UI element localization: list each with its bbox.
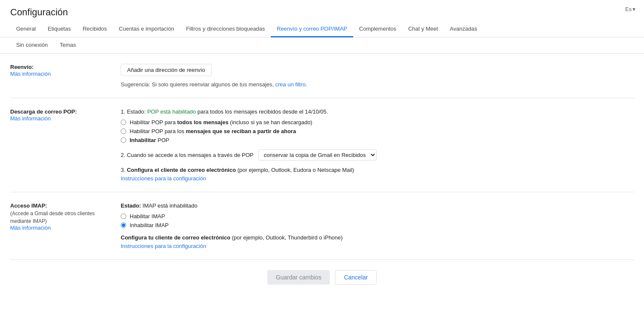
imap-content: Estado: IMAP está inhabilitado Habilitar… (121, 202, 634, 249)
tab2-sin-conexion[interactable]: Sin conexión (10, 37, 54, 54)
pop-all-radio[interactable] (121, 120, 126, 125)
imap-option-enable: Habilitar IMAP (121, 213, 634, 219)
pop-option-disable: Inhabilitar POP (121, 137, 634, 143)
pop-config-title: 3. Configura el cliente de correo electr… (121, 167, 634, 173)
tab-recibidos[interactable]: Recibidos (77, 21, 113, 37)
imap-option-disable: Inhabilitar IMAP (121, 222, 634, 228)
reenvio-more-info[interactable]: Más información (10, 71, 51, 77)
pop-config-section: 3. Configura el cliente de correo electr… (121, 167, 634, 182)
imap-desc1: (Accede a Gmail desde otros clientes (10, 211, 112, 216)
imap-disable-radio[interactable] (121, 222, 126, 228)
imap-status: Estado: IMAP está inhabilitado (121, 202, 634, 209)
imap-enable-radio[interactable] (121, 214, 126, 219)
lang-badge[interactable]: Es▾ (625, 6, 635, 12)
imap-config-section: Configura tu cliente de correo electróni… (121, 234, 634, 249)
footer-buttons: Guardar cambios Cancelar (0, 260, 644, 298)
tab-etiquetas[interactable]: Etiquetas (42, 21, 77, 37)
pop-option-all: Habilitar POP para todos los mensajes (i… (121, 119, 634, 125)
tab-filtros[interactable]: Filtros y direcciones bloqueadas (180, 21, 271, 37)
pop-disable-radio[interactable] (121, 137, 126, 143)
suggestion-text: Sugerencia: Si solo quieres reenviar alg… (121, 81, 634, 88)
imap-section: Acceso IMAP: (Accede a Gmail desde otros… (10, 192, 634, 260)
tab2-temas[interactable]: Temas (54, 37, 82, 54)
pop-config-link[interactable]: Instrucciones para la configuración (121, 175, 206, 182)
pop-new-label: Habilitar POP para los mensajes que se r… (130, 128, 296, 134)
reenvio-content: Añadir una dirección de reenvío Sugerenc… (121, 64, 634, 88)
pop-option-new: Habilitar POP para los mensajes que se r… (121, 128, 634, 134)
save-button[interactable]: Guardar cambios (267, 270, 330, 285)
pop-content: 1. Estado: POP está habilitado para todo… (121, 108, 634, 182)
imap-desc2: mediante IMAP) (10, 218, 112, 224)
pop-section: Descarga de correo POP: Más información … (10, 98, 634, 192)
page-title: Configuración (0, 0, 644, 21)
tab-general[interactable]: General (10, 21, 42, 37)
pop-title: Descarga de correo POP: (10, 108, 112, 115)
pop-more-info[interactable]: Más información (10, 115, 51, 122)
reenvio-title: Reenvío: (10, 64, 112, 70)
tab-chat[interactable]: Chat y Meet (402, 21, 444, 37)
tab-reenvio[interactable]: Reenvío y correo POP/IMAP (271, 21, 353, 37)
pop-label: Descarga de correo POP: Más información (10, 108, 121, 182)
pop-new-radio[interactable] (121, 128, 126, 134)
pop-all-label: Habilitar POP para todos los mensajes (i… (130, 119, 312, 125)
imap-config-title: Configura tu cliente de correo electróni… (121, 234, 634, 241)
tab-avanzadas[interactable]: Avanzadas (444, 21, 483, 37)
tab-cuentas[interactable]: Cuentas e importación (113, 21, 180, 37)
pop-access-row: 2. Cuando se accede a los mensajes a tra… (121, 149, 634, 161)
cancel-button[interactable]: Cancelar (335, 270, 377, 285)
pop-disable-label: Inhabilitar POP (130, 137, 169, 143)
tab-complementos[interactable]: Complementos (353, 21, 402, 37)
pop-access-select[interactable]: conservar la copia de Gmail en Recibidos… (258, 149, 377, 161)
imap-title: Acceso IMAP: (10, 202, 112, 209)
imap-disable-label: Inhabilitar IMAP (130, 222, 169, 228)
main-nav: GeneralEtiquetasRecibidosCuentas e impor… (0, 21, 644, 37)
reenvio-label: Reenvío: Más información (10, 64, 121, 88)
add-forward-button[interactable]: Añadir una dirección de reenvío (121, 64, 212, 76)
imap-more-info[interactable]: Más información (10, 225, 51, 231)
create-filter-link[interactable]: crea un filtro (275, 81, 306, 88)
imap-config-link[interactable]: Instrucciones para la configuración (121, 243, 206, 249)
pop-access-label: 2. Cuando se accede a los mensajes a tra… (121, 152, 253, 158)
imap-label: Acceso IMAP: (Accede a Gmail desde otros… (10, 202, 121, 249)
reenvio-section: Reenvío: Más información Añadir una dire… (10, 54, 634, 98)
pop-status: 1. Estado: POP está habilitado para todo… (121, 108, 634, 115)
pop-status-enabled: POP está habilitado (147, 108, 196, 115)
secondary-nav: Sin conexiónTemas (0, 37, 644, 54)
imap-enable-label: Habilitar IMAP (130, 213, 165, 219)
